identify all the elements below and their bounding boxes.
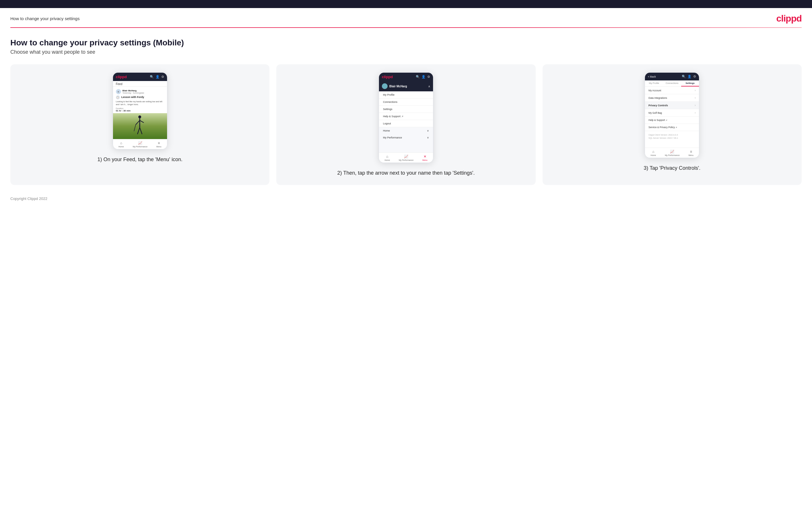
svg-line-4 — [138, 127, 140, 134]
settings-icon[interactable]: ⚙ — [161, 75, 164, 79]
menu-item-help[interactable]: Help & Support ↗ — [379, 113, 433, 120]
bottom-menu-1[interactable]: ≡ Menu — [156, 141, 162, 148]
bottom-home-2[interactable]: ⌂ Home — [385, 155, 390, 161]
phone-tabs: My Profile Connections Settings — [645, 80, 699, 87]
settings-privacy-controls[interactable]: Privacy Controls› — [645, 102, 699, 109]
feed-post: B Blair McHarg Yesterday · Sunningdale 📋… — [113, 87, 167, 113]
menu-item-settings[interactable]: Settings — [379, 106, 433, 113]
svg-line-5 — [140, 127, 142, 134]
menu-user-avatar — [382, 83, 388, 89]
profile-icon-3[interactable]: 👤 — [688, 75, 692, 78]
post-title: Lesson with Fordy — [121, 96, 144, 99]
version-line1: Clippd Client Version: 2022.8.3-3 — [648, 133, 696, 136]
phone-mockup-1: clippd 🔍 👤 ⚙ Feed B Blair McHarg — [113, 72, 167, 149]
step-2-caption: 2) Then, tap the arrow next to your name… — [337, 169, 475, 177]
post-duration-value: 01 hr : 30 min — [116, 109, 164, 112]
search-icon-2[interactable]: 🔍 — [416, 75, 420, 79]
header: How to change your privacy settings clip… — [0, 8, 812, 27]
step-2-card: clippd 🔍 👤 ⚙ Blair McHarg ∧ My — [276, 64, 536, 185]
settings-my-account[interactable]: My Account› — [645, 87, 699, 94]
settings-icon-3[interactable]: ⚙ — [693, 75, 696, 78]
top-bar — [0, 0, 812, 8]
tab-settings[interactable]: Settings — [681, 80, 699, 87]
menu-user-left: Blair McHarg — [382, 83, 407, 89]
phone-mockup-3: < Back 🔍 👤 ⚙ My Profile Connections Sett… — [645, 72, 699, 158]
page-heading: How to change your privacy settings (Mob… — [10, 38, 802, 47]
search-icon-3[interactable]: 🔍 — [682, 75, 686, 78]
menu-item-connections[interactable]: Connections — [379, 99, 433, 106]
footer: Copyright Clippd 2022 — [0, 191, 812, 207]
step-3-card: < Back 🔍 👤 ⚙ My Profile Connections Sett… — [543, 64, 802, 185]
menu-user-row[interactable]: Blair McHarg ∧ — [379, 81, 433, 91]
ext-icon: ↗ — [401, 115, 403, 118]
post-location: Yesterday · Sunningdale — [122, 92, 144, 94]
settings-my-golf-bag[interactable]: My Golf Bag› — [645, 109, 699, 117]
settings-data-integrations[interactable]: Data Integrations› — [645, 94, 699, 102]
post-text: Looking to feel like my hands are exitin… — [116, 100, 164, 106]
bottom-performance-1[interactable]: 📈 My Performance — [133, 141, 148, 148]
tab-my-profile[interactable]: My Profile — [645, 80, 663, 87]
phone-mockup-2: clippd 🔍 👤 ⚙ Blair McHarg ∧ My — [379, 72, 433, 163]
profile-icon[interactable]: 👤 — [156, 75, 160, 79]
bottom-menu-2[interactable]: ✕ Menu — [422, 155, 427, 161]
menu-chevron-up[interactable]: ∧ — [428, 85, 430, 88]
step-1-caption: 1) On your Feed, tap the 'Menu' icon. — [98, 156, 183, 163]
svg-line-6 — [134, 125, 136, 131]
phone-logo-2: clippd — [382, 75, 393, 79]
phone-bottom-nav-1: ⌂ Home 📈 My Performance ≡ Menu — [113, 139, 167, 149]
bottom-menu-3[interactable]: ≡ Menu — [689, 150, 694, 156]
post-duration-label: Duration — [116, 107, 164, 109]
bottom-performance-3[interactable]: 📈 My Performance — [665, 150, 679, 156]
settings-service-privacy[interactable]: Service & Privacy Policy ↗ — [645, 124, 699, 131]
bottom-home-3[interactable]: ⌂ Home — [651, 150, 656, 156]
bottom-home-1[interactable]: ⌂ Home — [118, 141, 124, 148]
feed-tab: Feed — [113, 81, 167, 87]
header-title: How to change your privacy settings — [10, 16, 80, 21]
phone-nav-2: clippd 🔍 👤 ⚙ — [379, 73, 433, 81]
main-content: How to change your privacy settings (Mob… — [0, 28, 812, 191]
phone-nav-1: clippd 🔍 👤 ⚙ — [113, 73, 167, 81]
menu-item-profile[interactable]: My Profile — [379, 91, 433, 99]
version-line2: SQL Server Version: 2022.7.30-1 — [648, 136, 696, 139]
search-icon[interactable]: 🔍 — [150, 75, 154, 79]
steps-row: clippd 🔍 👤 ⚙ Feed B Blair McHarg — [10, 64, 802, 185]
golf-image — [113, 113, 167, 139]
phone-back-bar: < Back 🔍 👤 ⚙ — [645, 73, 699, 80]
phone-bottom-nav-2: ⌂ Home 📈 My Performance ✕ Menu — [379, 153, 433, 163]
back-button[interactable]: < Back — [648, 75, 656, 78]
svg-point-0 — [138, 115, 141, 118]
step-1-card: clippd 🔍 👤 ⚙ Feed B Blair McHarg — [10, 64, 269, 185]
phone-nav-icons-3: 🔍 👤 ⚙ — [682, 75, 696, 78]
page-subheading: Choose what you want people to see — [10, 49, 802, 55]
golfer-silhouette — [134, 115, 146, 137]
phone-logo-1: clippd — [116, 75, 127, 79]
svg-line-3 — [140, 120, 144, 123]
menu-section-home[interactable]: Home∨ — [379, 127, 433, 134]
post-user-row: B Blair McHarg Yesterday · Sunningdale — [116, 89, 164, 94]
post-user-info: Blair McHarg Yesterday · Sunningdale — [122, 89, 144, 94]
bottom-performance-2[interactable]: 📈 My Performance — [399, 155, 413, 161]
clippd-logo: clippd — [776, 13, 802, 24]
phone-nav-icons-2: 🔍 👤 ⚙ — [416, 75, 430, 79]
settings-icon-2[interactable]: ⚙ — [427, 75, 430, 79]
step-3-caption: 3) Tap 'Privacy Controls'. — [644, 164, 701, 172]
tab-connections[interactable]: Connections — [663, 80, 681, 87]
phone-nav-icons-1: 🔍 👤 ⚙ — [150, 75, 164, 79]
post-username: Blair McHarg — [122, 89, 144, 92]
phone-bottom-nav-3: ⌂ Home 📈 My Performance ≡ Menu — [645, 148, 699, 158]
profile-icon-2[interactable]: 👤 — [421, 75, 425, 79]
menu-section-performance[interactable]: My Performance∨ — [379, 134, 433, 141]
back-left: < Back — [648, 75, 656, 78]
settings-help-support[interactable]: Help & Support ↗ — [645, 117, 699, 124]
post-avatar: B — [116, 89, 121, 94]
copyright: Copyright Clippd 2022 — [10, 196, 47, 201]
svg-line-2 — [136, 120, 140, 125]
menu-user-name: Blair McHarg — [389, 85, 407, 88]
menu-item-logout[interactable]: Logout — [379, 120, 433, 127]
version-info: Clippd Client Version: 2022.8.3-3 SQL Se… — [645, 131, 699, 142]
